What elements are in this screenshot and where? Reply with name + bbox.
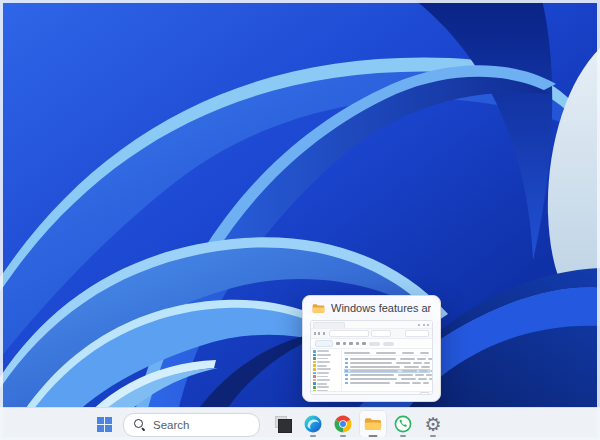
edge-icon — [304, 415, 322, 433]
folder-icon — [364, 415, 382, 433]
mini-tool-icon — [356, 342, 360, 346]
desktop[interactable]: Windows features and 1 m... — [0, 0, 600, 440]
mini-file-date — [398, 374, 413, 376]
mini-file-size — [428, 358, 432, 360]
screen: Windows features and 1 m... Search — [0, 0, 600, 440]
edge-button[interactable] — [299, 410, 327, 438]
mini-column-header — [344, 352, 370, 354]
mini-view-toggle — [420, 392, 429, 395]
mini-sidebar-icon — [313, 379, 316, 382]
mini-sidebar-icon — [313, 386, 316, 389]
taskbar-preview-popup[interactable]: Windows features and 1 m... — [302, 295, 441, 402]
mini-file-icon — [345, 374, 348, 377]
mini-sidebar-item — [313, 390, 339, 391]
mini-column-header — [420, 352, 429, 354]
mini-sidebar-item — [313, 364, 339, 367]
mini-file-type — [417, 358, 426, 360]
mini-file-date — [404, 366, 419, 368]
mini-file-size — [429, 378, 432, 380]
mini-body — [311, 349, 432, 391]
mini-sidebar-label — [317, 350, 329, 352]
mini-address-bar — [311, 329, 432, 339]
mini-file-date — [401, 378, 416, 380]
mini-column-headers — [344, 350, 430, 356]
mini-sidebar-item — [313, 350, 339, 353]
mini-sidebar-icon — [313, 350, 316, 353]
mini-sidebar-icon — [313, 361, 316, 364]
mini-file-size — [424, 362, 430, 364]
mini-view-button — [383, 342, 394, 346]
mini-file-name — [350, 378, 397, 380]
mini-sidebar-label — [317, 368, 331, 370]
running-indicator — [400, 435, 406, 438]
mini-sidebar-icon — [313, 354, 316, 357]
mini-sidebar-item — [313, 357, 339, 360]
mini-sidebar-icon — [313, 357, 316, 360]
mini-titlebar — [311, 321, 432, 329]
mini-breadcrumb — [329, 330, 369, 337]
chrome-button[interactable] — [329, 410, 357, 438]
running-indicator — [310, 435, 316, 438]
running-indicator — [340, 435, 346, 438]
mini-sidebar-icon — [313, 382, 316, 385]
mini-file-icon — [345, 366, 348, 369]
preview-header: Windows features and 1 m... — [303, 296, 440, 318]
chrome-icon — [334, 415, 352, 433]
mini-sidebar-icon — [313, 364, 316, 367]
mini-file-list — [342, 349, 432, 391]
preview-title: Windows features and 1 m... — [331, 302, 431, 314]
mini-file-icon — [345, 370, 348, 373]
window-stack-icon — [274, 415, 292, 433]
mini-column-header — [402, 352, 414, 354]
mini-sidebar — [311, 349, 342, 391]
mini-file-type — [412, 382, 421, 384]
running-indicator — [430, 435, 436, 438]
mini-sidebar-label — [317, 354, 331, 356]
mini-sidebar-label — [317, 390, 328, 391]
mini-sidebar-label — [317, 386, 329, 388]
mini-tool-icon — [349, 342, 353, 346]
mini-new-button — [315, 340, 333, 347]
whatsapp-button[interactable] — [389, 410, 417, 438]
mini-sidebar-item — [313, 368, 339, 371]
mini-file-type — [419, 370, 428, 372]
gear-icon — [424, 415, 442, 433]
mini-file-name — [350, 382, 390, 384]
mini-column-header — [376, 352, 396, 354]
mini-file-type — [421, 366, 430, 368]
mini-file-type — [413, 362, 422, 364]
mini-file-date — [396, 362, 411, 364]
mini-file-name — [350, 358, 396, 360]
mini-tab — [313, 322, 345, 328]
taskbar-search[interactable]: Search — [123, 413, 260, 437]
mini-file-type — [418, 378, 427, 380]
mini-breadcrumb — [371, 330, 391, 337]
app-window-button[interactable] — [269, 410, 297, 438]
wallpaper-bloom — [0, 0, 600, 440]
mini-sidebar-label — [317, 358, 328, 360]
mini-sort-button — [369, 342, 380, 346]
mini-file-size — [426, 374, 432, 376]
mini-file-icon — [345, 358, 348, 361]
mini-sidebar-label — [317, 372, 329, 374]
mini-file-size — [430, 370, 432, 372]
settings-button[interactable] — [419, 410, 447, 438]
mini-sidebar-label — [317, 365, 327, 367]
mini-sidebar-item — [313, 386, 339, 389]
mini-sidebar-item — [313, 382, 339, 385]
file-explorer-button[interactable] — [359, 410, 387, 438]
taskbar-app-icons — [269, 410, 447, 438]
file-explorer-thumbnail[interactable] — [310, 320, 433, 395]
mini-file-row — [344, 381, 430, 385]
mini-sidebar-icon — [313, 372, 316, 375]
mini-search-box — [405, 330, 429, 337]
mini-window-controls — [418, 324, 430, 326]
start-button[interactable] — [90, 410, 118, 438]
mini-file-name — [350, 366, 400, 368]
search-icon — [134, 419, 146, 431]
search-placeholder: Search — [153, 419, 189, 431]
mini-sidebar-item — [313, 375, 339, 378]
mini-file-icon — [345, 378, 348, 381]
mini-sidebar-label — [317, 383, 327, 385]
mini-sidebar-icon — [313, 368, 316, 371]
